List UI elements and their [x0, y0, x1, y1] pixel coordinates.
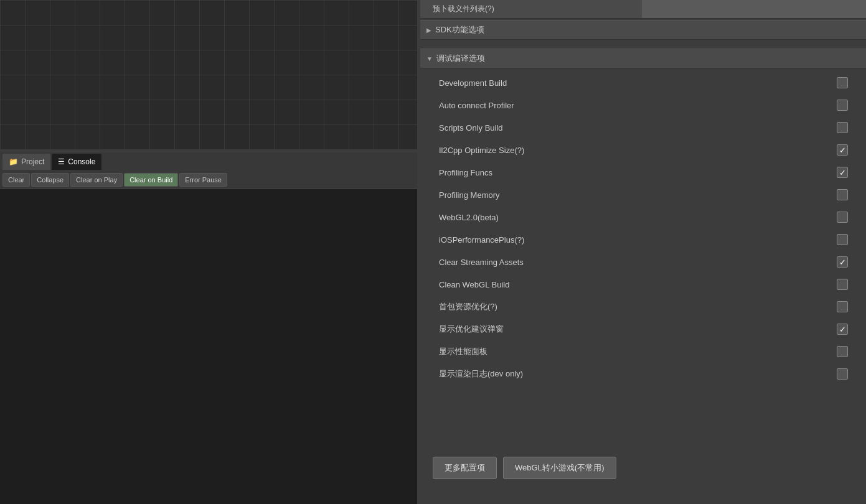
checkbox-container-profiling-memory: [831, 189, 854, 200]
console-icon: ☰: [58, 157, 65, 166]
checkbox-container-first-package-optimization: [831, 301, 854, 312]
option-row-il2cpp-optimize-size: Il2Cpp Optimize Size(?): [420, 139, 866, 161]
option-label-show-optimization-dialog: 显示优化建议弹窗: [439, 324, 831, 335]
sdk-section-header[interactable]: ▶ SDK功能选项: [420, 20, 866, 40]
console-toolbar: Clear Collapse Clear on Play Clear on Bu…: [0, 171, 417, 189]
options-list: Development BuildAuto connect ProfilerSc…: [420, 68, 866, 388]
checkbox-container-profiling-funcs: [831, 167, 854, 178]
error-pause-button[interactable]: Error Pause: [179, 173, 227, 187]
option-label-webgl2-beta: WebGL2.0(beta): [439, 213, 831, 222]
option-row-webgl2-beta: WebGL2.0(beta): [420, 206, 866, 228]
checkbox-container-show-render-log: [831, 368, 854, 380]
debug-section: ▼ 调试编译选项 Development BuildAuto connect P…: [420, 49, 866, 388]
debug-arrow-icon: ▼: [426, 55, 433, 62]
checkbox-show-performance-panel[interactable]: [837, 346, 848, 357]
tab-console[interactable]: ☰ Console: [52, 154, 101, 170]
sdk-section-label: SDK功能选项: [435, 24, 484, 35]
checkbox-container-clean-webgl-build: [831, 279, 854, 290]
option-row-development-build: Development Build: [420, 72, 866, 94]
preload-value-area: [642, 0, 866, 18]
checkbox-il2cpp-optimize-size[interactable]: [837, 144, 848, 156]
clear-on-build-button[interactable]: Clear on Build: [124, 173, 178, 187]
collapse-button[interactable]: Collapse: [31, 173, 69, 187]
option-row-show-performance-panel: 显示性能面板: [420, 340, 866, 363]
option-label-clean-webgl-build: Clean WebGL Build: [439, 280, 831, 289]
option-label-show-performance-panel: 显示性能面板: [439, 346, 831, 357]
option-row-profiling-memory: Profiling Memory: [420, 184, 866, 206]
preload-row: 预卜载义件列表(?): [420, 0, 866, 19]
checkbox-container-scripts-only-build: [831, 122, 854, 133]
option-row-clear-streaming-assets: Clear Streaming Assets: [420, 251, 866, 273]
checkbox-container-il2cpp-optimize-size: [831, 144, 854, 156]
option-row-clean-webgl-build: Clean WebGL Build: [420, 273, 866, 296]
checkbox-container-ios-performance-plus: [831, 234, 854, 245]
checkbox-container-auto-connect-profiler: [831, 100, 854, 111]
checkbox-container-show-optimization-dialog: [831, 324, 854, 335]
checkbox-profiling-memory[interactable]: [837, 189, 848, 200]
tab-console-label: Console: [68, 157, 95, 166]
webgl-convert-button[interactable]: WebGL转小游戏(不常用): [503, 457, 616, 479]
checkbox-scripts-only-build[interactable]: [837, 122, 848, 133]
option-row-show-optimization-dialog: 显示优化建议弹窗: [420, 318, 866, 340]
bottom-panel: [0, 152, 417, 504]
sdk-arrow-icon: ▶: [426, 27, 431, 34]
option-label-development-build: Development Build: [439, 78, 831, 88]
option-row-profiling-funcs: Profiling Funcs: [420, 161, 866, 184]
option-label-ios-performance-plus: iOSPerformancePlus(?): [439, 235, 831, 245]
tab-bar: 📁 Project ☰ Console: [0, 152, 417, 171]
preload-label: 预卜载义件列表(?): [420, 4, 642, 14]
checkbox-container-development-build: [831, 77, 854, 88]
checkbox-show-render-log[interactable]: [837, 368, 848, 380]
option-label-scripts-only-build: Scripts Only Build: [439, 123, 831, 133]
bottom-buttons: 更多配置项 WebGL转小游戏(不常用): [420, 450, 866, 485]
option-label-profiling-memory: Profiling Memory: [439, 190, 831, 200]
checkbox-show-optimization-dialog[interactable]: [837, 324, 848, 335]
checkbox-ios-performance-plus[interactable]: [837, 234, 848, 245]
option-label-first-package-optimization: 首包资源优化(?): [439, 301, 831, 312]
debug-section-label: 调试编译选项: [436, 53, 485, 64]
tab-project[interactable]: 📁 Project: [2, 154, 50, 170]
option-label-profiling-funcs: Profiling Funcs: [439, 168, 831, 177]
checkbox-container-webgl2-beta: [831, 212, 854, 223]
checkbox-container-clear-streaming-assets: [831, 256, 854, 268]
option-row-auto-connect-profiler: Auto connect Profiler: [420, 94, 866, 116]
debug-section-header[interactable]: ▼ 调试编译选项: [420, 49, 866, 68]
checkbox-webgl2-beta[interactable]: [837, 212, 848, 223]
clear-on-play-button[interactable]: Clear on Play: [70, 173, 123, 187]
checkbox-first-package-optimization[interactable]: [837, 301, 848, 312]
option-label-il2cpp-optimize-size: Il2Cpp Optimize Size(?): [439, 146, 831, 155]
grid-background: [0, 0, 417, 149]
more-config-button[interactable]: 更多配置项: [433, 457, 497, 479]
option-row-ios-performance-plus: iOSPerformancePlus(?): [420, 228, 866, 251]
option-label-clear-streaming-assets: Clear Streaming Assets: [439, 258, 831, 267]
checkbox-profiling-funcs[interactable]: [837, 167, 848, 178]
project-icon: 📁: [9, 157, 18, 166]
option-row-scripts-only-build: Scripts Only Build: [420, 116, 866, 139]
option-row-show-render-log: 显示渲染日志(dev only): [420, 363, 866, 385]
checkbox-clear-streaming-assets[interactable]: [837, 256, 848, 268]
checkbox-clean-webgl-build[interactable]: [837, 279, 848, 290]
option-label-auto-connect-profiler: Auto connect Profiler: [439, 101, 831, 110]
checkbox-container-show-performance-panel: [831, 346, 854, 357]
sdk-section: ▶ SDK功能选项: [420, 20, 866, 40]
tab-project-label: Project: [21, 157, 44, 166]
option-row-first-package-optimization: 首包资源优化(?): [420, 296, 866, 318]
clear-button[interactable]: Clear: [2, 173, 30, 187]
checkbox-development-build[interactable]: [837, 77, 848, 88]
checkbox-auto-connect-profiler[interactable]: [837, 100, 848, 111]
option-label-show-render-log: 显示渲染日志(dev only): [439, 368, 831, 380]
